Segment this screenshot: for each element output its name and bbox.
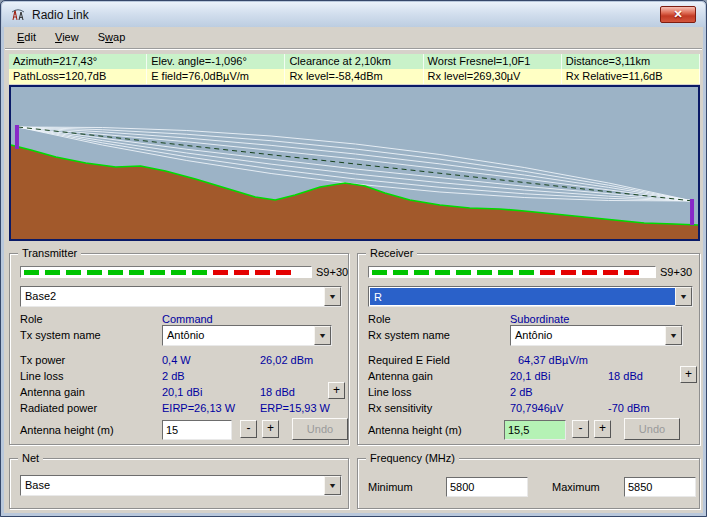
transmitter-group-title: Transmitter	[18, 246, 81, 260]
net-dropdown-arrow-icon[interactable]	[324, 476, 341, 495]
rx-smeter-label: S9+30	[660, 266, 692, 278]
rx-sensitivity-uv: 70,7946µV	[510, 402, 563, 414]
info-elev-angle: Elev. angle=-1,096°	[147, 54, 285, 69]
tx-unit-dropdown-arrow-icon[interactable]	[324, 287, 341, 306]
close-button[interactable]: ✕	[660, 6, 696, 23]
info-azimuth: Azimuth=217,43°	[9, 54, 147, 69]
menu-view[interactable]: View	[47, 28, 87, 45]
info-rx-level-dbm: Rx level=-58,4dBm	[285, 69, 423, 84]
transmitter-group: Transmitter S9+30 Base2 Role Command Tx …	[9, 253, 349, 445]
frequency-group-title: Frequency (MHz)	[366, 451, 459, 465]
tx-undo-button[interactable]: Undo	[292, 418, 348, 440]
menu-swap[interactable]: Swap	[90, 28, 134, 45]
tx-antenna-gain-dbd: 18 dBd	[260, 386, 295, 398]
tx-antenna-gain-label: Antenna gain	[20, 386, 85, 398]
rx-system-label: Rx system name	[368, 329, 450, 341]
rx-system-select[interactable]: Antônio	[510, 325, 683, 346]
rx-role-label: Role	[368, 313, 391, 325]
tx-smeter-label: S9+30	[316, 266, 348, 278]
rx-height-plus-button[interactable]: +	[594, 420, 611, 438]
tx-power-watts: 0,4 W	[162, 354, 191, 366]
tx-antenna-height-input[interactable]	[162, 420, 232, 440]
net-group: Net Base	[9, 458, 349, 509]
tx-system-label: Tx system name	[20, 329, 101, 341]
rx-role-value: Subordinate	[510, 313, 569, 325]
tx-antenna-gain-dbi: 20,1 dBi	[162, 386, 202, 398]
rx-antenna-gain-dbd: 18 dBd	[608, 370, 643, 382]
rx-required-efield-value: 64,37 dBµV/m	[518, 354, 588, 366]
rx-antenna-gain-dbi: 20,1 dBi	[510, 370, 550, 382]
info-rx-relative: Rx Relative=11,6dB	[562, 69, 700, 84]
radio-link-window: Radio Link ✕ Edit View Swap Azimuth=217,…	[0, 0, 707, 517]
rx-required-efield-label: Required E Field	[368, 354, 450, 366]
rx-system-dropdown-arrow-icon[interactable]	[665, 326, 682, 345]
app-icon	[10, 7, 26, 23]
frequency-max-label: Maximum	[552, 481, 600, 493]
tx-unit-value: Base2	[21, 287, 324, 306]
menu-edit[interactable]: Edit	[9, 28, 44, 45]
rx-antenna-height-input[interactable]	[504, 420, 566, 440]
frequency-min-input[interactable]	[446, 477, 528, 497]
tx-radiated-power-label: Radiated power	[20, 402, 97, 414]
window-title: Radio Link	[32, 8, 89, 22]
rx-unit-select[interactable]: R	[368, 286, 693, 307]
rx-unit-value: R	[370, 288, 675, 305]
tx-line-loss-label: Line loss	[20, 370, 63, 382]
tx-height-minus-button[interactable]: -	[240, 420, 257, 438]
link-info-panel: Azimuth=217,43° Elev. angle=-1,096° Clea…	[9, 54, 700, 84]
profile-svg	[11, 87, 698, 239]
frequency-group: Frequency (MHz) Minimum Maximum	[357, 458, 700, 509]
tx-eirp-value: EIRP=26,13 W	[162, 402, 235, 414]
rx-antenna-gain-label: Antenna gain	[368, 370, 433, 382]
rx-antenna-gain-plus-button[interactable]: +	[680, 366, 697, 383]
info-clearance: Clearance at 2,10km	[285, 54, 423, 69]
titlebar[interactable]: Radio Link ✕	[2, 2, 705, 27]
net-group-title: Net	[18, 451, 43, 465]
rx-line-loss-value: 2 dB	[510, 386, 533, 398]
rx-system-value: Antônio	[511, 326, 665, 345]
net-select[interactable]: Base	[20, 475, 342, 496]
tx-power-dbm: 26,02 dBm	[260, 354, 313, 366]
tx-system-value: Antônio	[163, 326, 314, 345]
info-rx-level-uv: Rx level=269,30µV	[424, 69, 562, 84]
rx-signal-meter	[368, 266, 656, 278]
tx-unit-select[interactable]: Base2	[20, 286, 342, 307]
tx-antenna-gain-plus-button[interactable]: +	[328, 382, 345, 399]
rx-antenna-height-label: Antenna height (m)	[368, 424, 462, 436]
tx-system-dropdown-arrow-icon[interactable]	[314, 326, 331, 345]
info-worst-fresnel: Worst Fresnel=1,0F1	[424, 54, 562, 69]
receiver-group: Receiver S9+30 R Role Subordinate Rx sys…	[357, 253, 700, 445]
menubar: Edit View Swap	[5, 28, 702, 49]
tx-erp-value: ERP=15,93 W	[260, 402, 330, 414]
tx-role-label: Role	[20, 313, 43, 325]
rx-sensitivity-dbm: -70 dBm	[608, 402, 650, 414]
rx-line-loss-label: Line loss	[368, 386, 411, 398]
frequency-max-input[interactable]	[624, 477, 696, 497]
rx-height-minus-button[interactable]: -	[572, 420, 589, 438]
frequency-min-label: Minimum	[368, 481, 413, 493]
terrain-profile-chart	[9, 85, 700, 241]
rx-undo-button[interactable]: Undo	[624, 418, 680, 440]
receiver-group-title: Receiver	[366, 246, 417, 260]
tx-height-plus-button[interactable]: +	[262, 420, 279, 438]
tx-power-label: Tx power	[20, 354, 65, 366]
info-e-field: E field=76,0dBµV/m	[147, 69, 285, 84]
rx-unit-dropdown-arrow-icon[interactable]	[675, 287, 692, 306]
tx-system-select[interactable]: Antônio	[162, 325, 332, 346]
close-icon: ✕	[673, 8, 682, 21]
rx-sensitivity-label: Rx sensitivity	[368, 402, 432, 414]
tx-antenna-height-label: Antenna height (m)	[20, 424, 114, 436]
info-distance: Distance=3,11km	[562, 54, 700, 69]
info-pathloss: PathLoss=120,7dB	[9, 69, 147, 84]
tx-role-value: Command	[162, 313, 213, 325]
tx-signal-meter	[20, 266, 312, 278]
tx-line-loss-value: 2 dB	[162, 370, 185, 382]
net-value: Base	[21, 476, 324, 495]
